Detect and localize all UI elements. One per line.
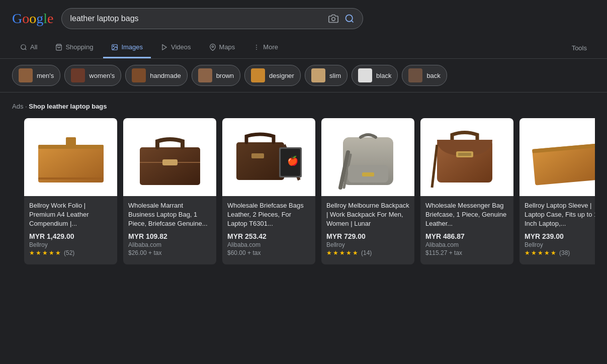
product-card-6[interactable]: Bellroy Laptop Sleeve | Laptop Case, Fit… — [519, 118, 595, 264]
filter-black-label: black — [376, 72, 391, 79]
nav-maps[interactable]: Maps — [201, 37, 243, 58]
search-button[interactable] — [344, 14, 355, 24]
star-4-2: ★ — [333, 249, 338, 256]
filter-womens-label: women's — [89, 72, 115, 79]
svg-line-30 — [432, 145, 437, 188]
search-bar — [61, 8, 363, 29]
product-image-6 — [519, 118, 595, 196]
product-title-2: Wholesale Marrant Business Laptop Bag, 1… — [128, 201, 211, 228]
svg-point-12 — [256, 49, 257, 50]
svg-rect-15 — [38, 177, 104, 179]
svg-point-7 — [113, 46, 114, 47]
svg-text:🍎: 🍎 — [287, 155, 299, 166]
product-price-2: MYR 109.82 — [128, 232, 211, 240]
google-logo: Google — [12, 11, 53, 27]
svg-point-1 — [346, 15, 353, 22]
filter-slim[interactable]: slim — [305, 65, 348, 86]
product-price-3: MYR 253.42 — [227, 232, 310, 240]
filter-designer-label: designer — [269, 72, 294, 79]
product-info-5: Wholesale Messenger Bag Briefcase, 1 Pie… — [420, 196, 513, 264]
svg-rect-21 — [251, 153, 264, 158]
nav-images[interactable]: Images — [103, 37, 151, 58]
product-card-5[interactable]: Wholesale Messenger Bag Briefcase, 1 Pie… — [420, 118, 513, 264]
product-extra-5: $115.27 + tax — [425, 249, 508, 256]
star-6-4: ★ — [544, 249, 550, 256]
product-title-1: Bellroy Work Folio | Premium A4 Leather … — [29, 201, 112, 228]
product-extra-2: $26.00 + tax — [128, 249, 211, 256]
product-extra-3: $60.00 + tax — [227, 249, 310, 256]
star-6-3: ★ — [538, 249, 543, 256]
product-price-1: MYR 1,429.00 — [29, 232, 112, 240]
product-stars-1: ★ ★ ★ ★ ★ (52) — [29, 249, 112, 256]
filter-back[interactable]: back — [402, 65, 447, 86]
product-image-4 — [321, 118, 414, 196]
product-info-3: Wholesale Briefcase Bags Leather, 2 Piec… — [222, 196, 315, 264]
product-seller-4: Bellroy — [326, 241, 409, 248]
review-count-4: (14) — [361, 249, 372, 256]
svg-rect-28 — [362, 172, 374, 176]
filter-mens[interactable]: men's — [12, 65, 60, 86]
filter-handmade-label: handmade — [150, 72, 181, 79]
filter-mens-label: men's — [37, 72, 54, 79]
review-count-1: (52) — [64, 249, 74, 256]
product-seller-5: Alibaba.com — [425, 241, 508, 248]
product-seller-2: Alibaba.com — [128, 241, 211, 248]
filter-back-label: back — [426, 72, 440, 79]
nav-tools-label: Tools — [572, 44, 587, 52]
product-seller-1: Bellroy — [29, 241, 112, 248]
filter-handmade[interactable]: handmade — [125, 65, 187, 86]
product-seller-6: Bellroy — [525, 241, 595, 248]
product-info-2: Wholesale Marrant Business Laptop Bag, 1… — [123, 196, 216, 264]
filter-slim-label: slim — [329, 72, 341, 79]
nav-shopping[interactable]: Shopping — [47, 37, 101, 58]
search-icons — [328, 14, 355, 24]
product-image-2 — [123, 118, 216, 196]
star-4-3: ★ — [339, 249, 345, 256]
nav-tools[interactable]: Tools — [564, 38, 595, 58]
camera-search-button[interactable] — [328, 14, 338, 24]
product-price-5: MYR 486.87 — [425, 232, 508, 240]
filter-row: men's women's handmade brown designer sl… — [0, 59, 607, 93]
product-price-4: MYR 729.00 — [326, 232, 409, 240]
nav-images-label: Images — [121, 43, 143, 51]
ads-text: Ads · — [12, 103, 29, 110]
star-6-1: ★ — [525, 249, 530, 256]
nav-videos[interactable]: Videos — [153, 37, 199, 58]
filter-brown[interactable]: brown — [192, 65, 240, 86]
nav-all[interactable]: All — [12, 37, 45, 58]
star-4: ★ — [49, 249, 54, 256]
ads-label: Ads · Shop leather laptop bags — [12, 103, 595, 110]
svg-rect-32 — [458, 153, 471, 156]
product-card-3[interactable]: 🍎 Wholesale Briefcase Bags Leather, 2 Pi… — [222, 118, 315, 264]
nav-shopping-label: Shopping — [65, 43, 93, 51]
product-card-2[interactable]: Wholesale Marrant Business Laptop Bag, 1… — [123, 118, 216, 264]
svg-rect-17 — [140, 147, 200, 185]
filter-designer[interactable]: designer — [244, 65, 301, 86]
nav-videos-label: Videos — [171, 43, 191, 51]
filter-black[interactable]: black — [352, 65, 398, 86]
svg-rect-16 — [66, 137, 76, 147]
nav-more[interactable]: More — [245, 37, 286, 58]
nav: All Shopping Images Videos Maps More Too… — [0, 37, 607, 59]
product-title-5: Wholesale Messenger Bag Briefcase, 1 Pie… — [425, 201, 508, 228]
product-title-3: Wholesale Briefcase Bags Leather, 2 Piec… — [227, 201, 310, 228]
svg-marker-8 — [162, 44, 166, 50]
product-card-1[interactable]: Bellroy Work Folio | Premium A4 Leather … — [24, 118, 117, 264]
product-image-5 — [420, 118, 513, 196]
svg-rect-20 — [236, 142, 284, 180]
ads-section: Ads · Shop leather laptop bags — [0, 93, 607, 277]
product-title-6: Bellroy Laptop Sleeve | Laptop Case, Fit… — [525, 201, 595, 228]
star-5: ★ — [55, 249, 61, 256]
svg-rect-13 — [38, 145, 104, 183]
nav-maps-label: Maps — [219, 43, 235, 51]
nav-all-label: All — [30, 43, 37, 51]
star-6-5: ★ — [551, 249, 556, 256]
filter-womens[interactable]: women's — [64, 65, 121, 86]
star-3: ★ — [42, 249, 48, 256]
product-card-4[interactable]: Bellroy Melbourne Backpack | Work Backpa… — [321, 118, 414, 264]
svg-point-9 — [212, 46, 214, 48]
review-count-6: (38) — [559, 249, 570, 256]
product-image-3: 🍎 — [222, 118, 315, 196]
search-input[interactable] — [70, 14, 322, 23]
product-info-1: Bellroy Work Folio | Premium A4 Leather … — [24, 196, 117, 262]
